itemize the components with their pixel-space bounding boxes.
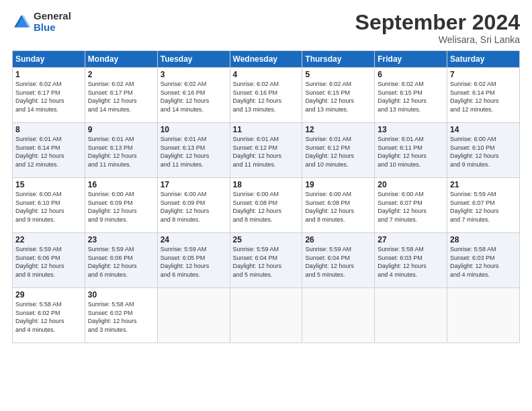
subtitle: Welisara, Sri Lanka <box>355 34 520 45</box>
col-tuesday: Tuesday <box>157 51 230 68</box>
table-row: 1Sunrise: 6:02 AM Sunset: 6:17 PM Daylig… <box>13 68 85 123</box>
table-row: 14Sunrise: 6:00 AM Sunset: 6:10 PM Dayli… <box>447 123 520 178</box>
table-row: 12Sunrise: 6:01 AM Sunset: 6:12 PM Dayli… <box>302 123 375 178</box>
col-sunday: Sunday <box>13 51 85 68</box>
day-number: 12 <box>305 125 371 134</box>
col-thursday: Thursday <box>302 51 375 68</box>
day-number: 9 <box>88 125 154 134</box>
day-number: 28 <box>450 235 517 244</box>
day-number: 6 <box>378 70 444 79</box>
day-number: 23 <box>88 235 154 244</box>
day-info: Sunrise: 6:01 AM Sunset: 6:14 PM Dayligh… <box>15 135 82 169</box>
table-row: 7Sunrise: 6:02 AM Sunset: 6:14 PM Daylig… <box>447 68 520 123</box>
day-info: Sunrise: 5:59 AM Sunset: 6:06 PM Dayligh… <box>88 245 154 279</box>
month-title: September 2024 <box>355 11 520 34</box>
table-row: 23Sunrise: 5:59 AM Sunset: 6:06 PM Dayli… <box>85 233 157 288</box>
day-number: 27 <box>378 235 444 244</box>
day-info: Sunrise: 5:59 AM Sunset: 6:04 PM Dayligh… <box>233 245 300 279</box>
day-number: 10 <box>161 125 227 134</box>
calendar-week-row: 22Sunrise: 5:59 AM Sunset: 6:06 PM Dayli… <box>13 233 520 288</box>
table-row: 28Sunrise: 5:58 AM Sunset: 6:03 PM Dayli… <box>447 233 520 288</box>
day-info: Sunrise: 6:00 AM Sunset: 6:09 PM Dayligh… <box>161 190 227 224</box>
col-wednesday: Wednesday <box>230 51 302 68</box>
day-info: Sunrise: 6:02 AM Sunset: 6:15 PM Dayligh… <box>378 80 444 113</box>
day-number: 30 <box>88 290 154 300</box>
col-saturday: Saturday <box>447 51 520 68</box>
table-row: 17Sunrise: 6:00 AM Sunset: 6:09 PM Dayli… <box>157 178 230 233</box>
day-info: Sunrise: 6:01 AM Sunset: 6:13 PM Dayligh… <box>161 135 227 169</box>
day-number: 17 <box>161 180 227 189</box>
calendar-week-row: 15Sunrise: 6:00 AM Sunset: 6:10 PM Dayli… <box>13 178 520 233</box>
day-info: Sunrise: 5:59 AM Sunset: 6:07 PM Dayligh… <box>450 190 517 224</box>
table-row: 4Sunrise: 6:02 AM Sunset: 6:16 PM Daylig… <box>230 68 302 123</box>
day-info: Sunrise: 6:02 AM Sunset: 6:16 PM Dayligh… <box>161 80 227 113</box>
day-number: 4 <box>233 70 300 79</box>
table-row: 10Sunrise: 6:01 AM Sunset: 6:13 PM Dayli… <box>157 123 230 178</box>
table-row: 29Sunrise: 5:58 AM Sunset: 6:02 PM Dayli… <box>13 288 85 343</box>
day-number: 16 <box>88 180 154 189</box>
day-info: Sunrise: 6:00 AM Sunset: 6:08 PM Dayligh… <box>305 190 371 224</box>
table-row: 24Sunrise: 5:59 AM Sunset: 6:05 PM Dayli… <box>157 233 230 288</box>
table-row: 19Sunrise: 6:00 AM Sunset: 6:08 PM Dayli… <box>302 178 375 233</box>
table-row: 3Sunrise: 6:02 AM Sunset: 6:16 PM Daylig… <box>157 68 230 123</box>
calendar-week-row: 29Sunrise: 5:58 AM Sunset: 6:02 PM Dayli… <box>13 288 520 343</box>
day-number: 22 <box>15 235 82 244</box>
day-info: Sunrise: 5:59 AM Sunset: 6:04 PM Dayligh… <box>305 245 371 279</box>
table-row: 30Sunrise: 5:58 AM Sunset: 6:02 PM Dayli… <box>85 288 157 343</box>
table-row: 5Sunrise: 6:02 AM Sunset: 6:15 PM Daylig… <box>302 68 375 123</box>
table-row: 9Sunrise: 6:01 AM Sunset: 6:13 PM Daylig… <box>85 123 157 178</box>
day-number: 13 <box>378 125 444 134</box>
day-info: Sunrise: 6:01 AM Sunset: 6:12 PM Dayligh… <box>233 135 300 169</box>
table-row: 22Sunrise: 5:59 AM Sunset: 6:06 PM Dayli… <box>13 233 85 288</box>
table-row <box>447 288 520 343</box>
table-row <box>375 288 447 343</box>
table-row: 26Sunrise: 5:59 AM Sunset: 6:04 PM Dayli… <box>302 233 375 288</box>
day-info: Sunrise: 5:58 AM Sunset: 6:03 PM Dayligh… <box>378 245 444 279</box>
table-row: 11Sunrise: 6:01 AM Sunset: 6:12 PM Dayli… <box>230 123 302 178</box>
table-row: 8Sunrise: 6:01 AM Sunset: 6:14 PM Daylig… <box>13 123 85 178</box>
day-info: Sunrise: 6:02 AM Sunset: 6:17 PM Dayligh… <box>15 80 82 113</box>
day-info: Sunrise: 6:02 AM Sunset: 6:16 PM Dayligh… <box>233 80 300 113</box>
page: General Blue September 2024 Welisara, Sr… <box>0 0 532 411</box>
day-info: Sunrise: 6:00 AM Sunset: 6:08 PM Dayligh… <box>233 190 300 224</box>
table-row: 16Sunrise: 6:00 AM Sunset: 6:09 PM Dayli… <box>85 178 157 233</box>
day-info: Sunrise: 6:00 AM Sunset: 6:10 PM Dayligh… <box>450 135 517 169</box>
day-number: 1 <box>15 70 82 79</box>
day-info: Sunrise: 5:58 AM Sunset: 6:02 PM Dayligh… <box>15 300 82 334</box>
day-number: 21 <box>450 180 517 189</box>
table-row <box>157 288 230 343</box>
day-number: 26 <box>305 235 371 244</box>
day-number: 29 <box>15 290 82 300</box>
day-number: 11 <box>233 125 300 134</box>
logo-blue-text: Blue <box>34 22 71 34</box>
day-info: Sunrise: 6:00 AM Sunset: 6:07 PM Dayligh… <box>378 190 444 224</box>
day-info: Sunrise: 5:58 AM Sunset: 6:02 PM Dayligh… <box>88 300 154 334</box>
day-info: Sunrise: 6:01 AM Sunset: 6:12 PM Dayligh… <box>305 135 371 169</box>
table-row: 15Sunrise: 6:00 AM Sunset: 6:10 PM Dayli… <box>13 178 85 233</box>
day-number: 7 <box>450 70 517 79</box>
day-info: Sunrise: 6:01 AM Sunset: 6:11 PM Dayligh… <box>378 135 444 169</box>
col-monday: Monday <box>85 51 157 68</box>
header: General Blue September 2024 Welisara, Sr… <box>12 11 520 45</box>
calendar-table: Sunday Monday Tuesday Wednesday Thursday… <box>12 50 520 343</box>
calendar-week-row: 8Sunrise: 6:01 AM Sunset: 6:14 PM Daylig… <box>13 123 520 178</box>
day-number: 15 <box>15 180 82 189</box>
day-number: 25 <box>233 235 300 244</box>
calendar-week-row: 1Sunrise: 6:02 AM Sunset: 6:17 PM Daylig… <box>13 68 520 123</box>
table-row: 13Sunrise: 6:01 AM Sunset: 6:11 PM Dayli… <box>375 123 447 178</box>
day-info: Sunrise: 5:58 AM Sunset: 6:03 PM Dayligh… <box>450 245 517 279</box>
day-number: 3 <box>161 70 227 79</box>
table-row: 27Sunrise: 5:58 AM Sunset: 6:03 PM Dayli… <box>375 233 447 288</box>
logo-icon <box>12 13 31 32</box>
day-number: 18 <box>233 180 300 189</box>
col-friday: Friday <box>375 51 447 68</box>
table-row <box>230 288 302 343</box>
logo-general: General <box>34 11 71 22</box>
day-info: Sunrise: 6:01 AM Sunset: 6:13 PM Dayligh… <box>88 135 154 169</box>
table-row: 21Sunrise: 5:59 AM Sunset: 6:07 PM Dayli… <box>447 178 520 233</box>
day-info: Sunrise: 5:59 AM Sunset: 6:06 PM Dayligh… <box>15 245 82 279</box>
day-info: Sunrise: 6:02 AM Sunset: 6:17 PM Dayligh… <box>88 80 154 113</box>
day-number: 20 <box>378 180 444 189</box>
calendar-header-row: Sunday Monday Tuesday Wednesday Thursday… <box>13 51 520 68</box>
day-info: Sunrise: 5:59 AM Sunset: 6:05 PM Dayligh… <box>161 245 227 279</box>
